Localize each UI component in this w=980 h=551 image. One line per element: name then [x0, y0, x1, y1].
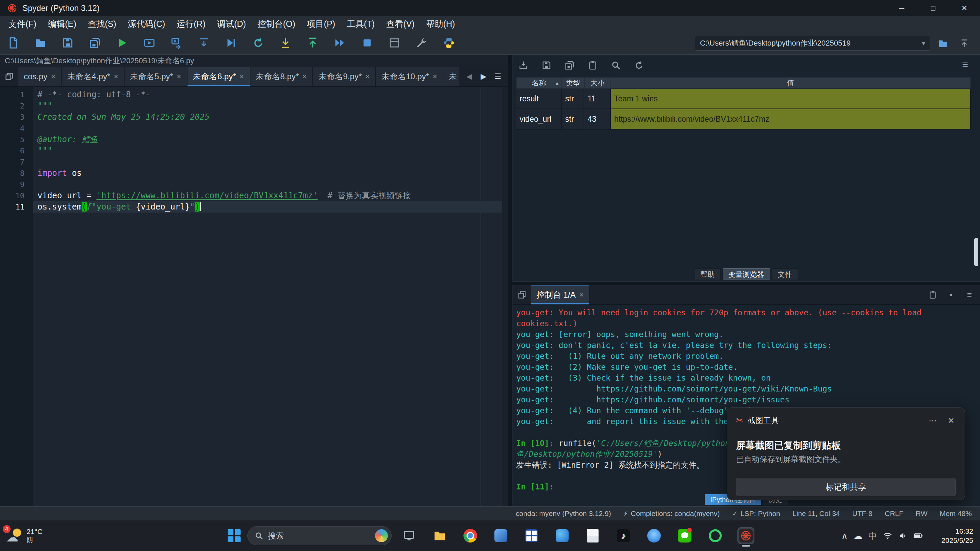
scrollbar-thumb[interactable]	[974, 238, 978, 266]
parent-directory-button[interactable]	[956, 37, 972, 51]
vertical-splitter[interactable]	[508, 55, 512, 506]
search-icon[interactable]	[610, 60, 622, 71]
close-icon[interactable]: ×	[365, 72, 370, 81]
line-number-gutter[interactable]: 1234567891011	[0, 87, 33, 506]
editor-tab[interactable]: 未命名9.py*×	[313, 67, 376, 86]
menu-item[interactable]: 源代码(C)	[122, 18, 171, 30]
run-selection-button[interactable]	[194, 33, 214, 52]
editor-tab[interactable]: 未命名8.py*×	[250, 67, 313, 86]
menu-item[interactable]: 调试(D)	[211, 18, 252, 30]
menu-item[interactable]: 查找(S)	[82, 18, 122, 30]
step-return-button[interactable]	[303, 33, 323, 52]
pane-tab[interactable]: 帮助	[695, 268, 721, 280]
search-input[interactable]: 搜索	[247, 526, 392, 545]
save-data-icon[interactable]	[541, 60, 552, 71]
menu-item[interactable]: 项目(P)	[301, 18, 341, 30]
close-icon[interactable]: ×	[302, 72, 307, 81]
hidden-icons-chevron-icon[interactable]: ∧	[842, 531, 848, 541]
new-file-button[interactable]	[3, 33, 23, 52]
menu-item[interactable]: 工具(T)	[341, 18, 380, 30]
column-header[interactable]: 名称▲	[517, 78, 562, 89]
close-icon[interactable]: ×	[177, 72, 181, 81]
search-highlights-icon[interactable]	[375, 529, 388, 542]
status-item[interactable]: UTF-8	[853, 510, 873, 518]
status-item[interactable]: ✓LSP: Python	[732, 510, 780, 518]
menu-item[interactable]: 查看(V)	[380, 18, 420, 30]
editor-tab[interactable]: 未命名6.py*×	[188, 67, 250, 86]
save-file-button[interactable]	[58, 33, 78, 52]
maximize-pane-button[interactable]	[385, 33, 404, 52]
refresh-icon[interactable]	[633, 60, 645, 71]
weather-widget[interactable]: 4 ☁ 21°C 阴	[6, 527, 43, 544]
browse-directory-button[interactable]	[935, 37, 951, 51]
horizontal-splitter[interactable]	[512, 282, 980, 285]
save-data-as-icon[interactable]	[564, 60, 576, 71]
column-header[interactable]: 大小	[585, 78, 611, 89]
maximize-button[interactable]: □	[917, 0, 949, 16]
file-explorer-button[interactable]	[432, 528, 447, 543]
close-icon[interactable]: ✕	[944, 416, 958, 426]
app-green-ring-button[interactable]	[708, 528, 723, 543]
variable-row[interactable]: video_urlstr43https://www.bilibili.com/v…	[516, 109, 971, 130]
close-icon[interactable]: ×	[433, 72, 437, 81]
menu-item[interactable]: 帮助(H)	[420, 18, 461, 30]
copy-data-icon[interactable]	[587, 60, 598, 71]
app-tiktok-button[interactable]: ♪	[616, 528, 631, 543]
debug-file-button[interactable]	[221, 33, 241, 52]
status-item[interactable]: Line 11, Col 34	[792, 510, 840, 518]
pane-tab[interactable]: 变量浏览器	[723, 268, 770, 280]
close-icon[interactable]: ×	[114, 72, 118, 81]
more-options-icon[interactable]: ⋯	[925, 416, 940, 426]
menu-item[interactable]: 编辑(E)	[42, 18, 82, 30]
clipboard-icon[interactable]	[927, 291, 938, 299]
taskbar-clock[interactable]: 16:32 2025/5/25	[942, 527, 973, 545]
mark-and-share-button[interactable]: 标记和共享	[736, 478, 956, 496]
python-env-button[interactable]	[439, 33, 459, 52]
ime-chinese-icon[interactable]: 中	[869, 530, 877, 541]
menu-item[interactable]: 控制台(O)	[252, 18, 301, 30]
step-into-button[interactable]	[275, 33, 295, 52]
status-item[interactable]: conda: myenv (Python 3.12.9)	[516, 510, 611, 518]
onedrive-cloud-icon[interactable]: ☁	[854, 531, 862, 541]
open-file-button[interactable]	[30, 33, 50, 52]
start-button[interactable]	[226, 528, 242, 543]
browse-tabs-icon[interactable]	[0, 67, 18, 86]
close-icon[interactable]: ×	[51, 72, 56, 81]
editor-tab[interactable]: 未	[443, 67, 460, 86]
battery-icon[interactable]	[914, 531, 923, 540]
minimize-button[interactable]: ─	[886, 0, 917, 16]
stop-button[interactable]	[357, 33, 377, 52]
browser-chrome-button[interactable]	[463, 528, 478, 543]
editor-tab[interactable]: 未命名5.py*×	[124, 67, 188, 86]
volume-icon[interactable]	[898, 531, 907, 540]
run-cell-advance-button[interactable]	[167, 33, 186, 52]
console-options-icon[interactable]: ≡	[964, 290, 975, 300]
browse-tabs-icon[interactable]	[513, 285, 531, 305]
column-header[interactable]: 值	[611, 78, 970, 89]
app-blue-circle-button[interactable]	[646, 528, 662, 543]
wifi-icon[interactable]	[883, 531, 892, 540]
menu-item[interactable]: 运行(R)	[171, 18, 211, 30]
scroll-tabs-left-icon[interactable]: ◀	[463, 72, 475, 81]
editor-scrollbar[interactable]	[501, 87, 508, 506]
re-run-button[interactable]	[248, 33, 268, 52]
editor-tab[interactable]: 未命名4.py*×	[62, 67, 124, 86]
close-icon[interactable]: ×	[579, 290, 584, 300]
import-data-icon[interactable]	[517, 60, 529, 71]
editor-options-icon[interactable]: ☰	[492, 72, 504, 81]
variable-explorer-options-icon[interactable]: ≡	[962, 59, 968, 70]
close-button[interactable]: ✕	[949, 0, 980, 16]
run-cell-button[interactable]	[140, 33, 159, 52]
code-editor[interactable]: 1234567891011 # -*- coding: utf-8 -*-"""…	[0, 87, 508, 506]
run-file-button[interactable]	[112, 33, 132, 52]
app-spyder-button[interactable]	[738, 528, 754, 543]
continue-button[interactable]	[330, 33, 350, 52]
editor-tab[interactable]: 未命名10.py*×	[376, 67, 443, 86]
scroll-tabs-right-icon[interactable]: ▶	[478, 72, 489, 81]
close-icon[interactable]: ×	[240, 72, 244, 81]
pane-tab[interactable]: 文件	[772, 268, 798, 280]
status-item[interactable]: ⚡Completions: conda(myenv)	[624, 510, 720, 518]
editor-tab[interactable]: cos.py×	[18, 67, 62, 86]
preferences-button[interactable]	[412, 33, 431, 52]
status-item[interactable]: RW	[916, 510, 928, 518]
